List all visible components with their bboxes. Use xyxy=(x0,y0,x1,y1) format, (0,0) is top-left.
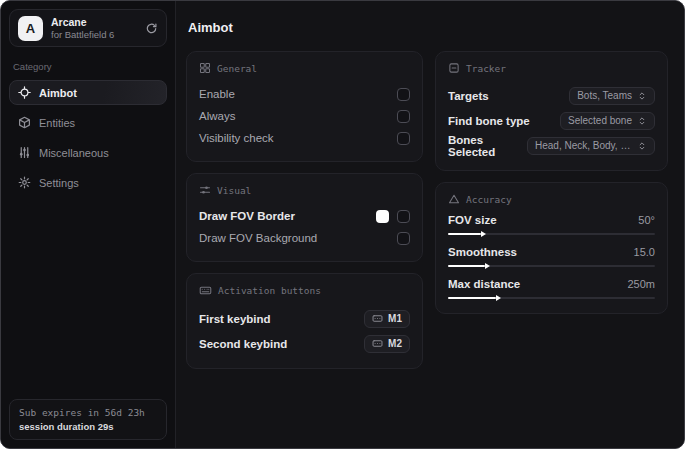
slider-thumb[interactable] xyxy=(481,231,486,237)
box-icon xyxy=(18,116,31,129)
setting-row: Draw FOV Border xyxy=(199,205,410,227)
chevrons-up-down-icon xyxy=(637,141,647,151)
sidebar-item-label: Miscellaneous xyxy=(39,147,109,159)
setting-row: Visibility check xyxy=(199,127,410,149)
visibility-check-checkbox[interactable] xyxy=(397,132,410,145)
setting-label: Find bone type xyxy=(448,115,530,127)
general-card-header: General xyxy=(199,62,410,74)
keybind-value: M1 xyxy=(388,313,402,324)
slider-fill xyxy=(448,233,481,235)
card-title: General xyxy=(217,63,257,74)
general-card: General Enable Always Visibility check xyxy=(186,51,423,162)
brand-card: A Arcane for Battlefield 6 xyxy=(9,9,167,47)
setting-row: Enable xyxy=(199,83,410,105)
fov-border-color-swatch[interactable] xyxy=(376,210,389,223)
chevrons-up-down-icon xyxy=(637,116,647,126)
slider-value: 250m xyxy=(627,278,655,290)
brand-logo: A xyxy=(18,16,43,41)
sidebar-item-label: Settings xyxy=(39,177,79,189)
setting-row: Targets Bots, Teams xyxy=(448,83,655,108)
setting-label: Draw FOV Border xyxy=(199,210,295,222)
sidebar-nav: Aimbot Entities Miscellaneous xyxy=(9,80,167,195)
brand-initial: A xyxy=(26,21,35,36)
targets-select[interactable]: Bots, Teams xyxy=(569,87,655,105)
slider-label: FOV size xyxy=(448,214,497,226)
fov-size-slider: FOV size 50° xyxy=(448,214,655,235)
setting-label: Second keybind xyxy=(199,338,287,350)
grid-icon xyxy=(199,62,211,74)
enable-checkbox[interactable] xyxy=(397,88,410,101)
first-keybind-button[interactable]: M1 xyxy=(364,310,410,328)
minus-square-icon xyxy=(448,62,460,74)
setting-row: Always xyxy=(199,105,410,127)
sub-expiry-text: Sub expires in 56d 23h xyxy=(19,407,157,418)
sidebar-item-miscellaneous[interactable]: Miscellaneous xyxy=(9,140,167,165)
slider-fill xyxy=(448,265,485,267)
sidebar-item-label: Entities xyxy=(39,117,75,129)
left-column: General Enable Always Visibility check xyxy=(186,51,423,369)
session-duration-text: session duration 29s xyxy=(19,421,157,432)
sidebar-item-settings[interactable]: Settings xyxy=(9,170,167,195)
keyboard-icon xyxy=(372,338,383,349)
setting-label: Bones Selected xyxy=(448,134,527,158)
slider-value: 15.0 xyxy=(634,246,655,258)
slider-thumb[interactable] xyxy=(496,295,501,301)
triangle-icon xyxy=(448,193,460,205)
right-column: Tracker Targets Bots, Teams xyxy=(435,51,668,314)
card-title: Tracker xyxy=(466,63,506,74)
page-title: Aimbot xyxy=(188,20,668,35)
keyboard-icon xyxy=(199,284,212,297)
keybind-value: M2 xyxy=(388,338,402,349)
setting-row: Draw FOV Background xyxy=(199,227,410,249)
slider-track[interactable] xyxy=(448,233,655,235)
card-title: Activation buttons xyxy=(218,285,321,296)
select-value: Selected bone xyxy=(568,115,632,126)
brand-text: Arcane for Battlefield 6 xyxy=(51,16,114,41)
main-content: Aimbot General Enable xyxy=(176,1,684,448)
select-value: Head, Neck, Body, Pe.. xyxy=(535,140,632,151)
draw-fov-background-checkbox[interactable] xyxy=(397,232,410,245)
sync-icon[interactable] xyxy=(145,22,158,35)
select-value: Bots, Teams xyxy=(577,90,632,101)
sliders-vertical-icon xyxy=(18,146,31,159)
setting-row: Second keybind M2 xyxy=(199,331,410,356)
sidebar-item-label: Aimbot xyxy=(39,87,77,99)
visual-card-header: Visual xyxy=(199,184,410,196)
sliders-horizontal-icon xyxy=(199,184,211,196)
chevrons-up-down-icon xyxy=(637,91,647,101)
slider-label: Smoothness xyxy=(448,246,517,258)
bones-selected-select[interactable]: Head, Neck, Body, Pe.. xyxy=(527,137,655,155)
subscription-info: Sub expires in 56d 23h session duration … xyxy=(9,399,167,440)
setting-label: Always xyxy=(199,110,235,122)
category-label: Category xyxy=(13,61,163,72)
slider-label: Max distance xyxy=(448,278,520,290)
activation-card-header: Activation buttons xyxy=(199,284,410,297)
sidebar-item-aimbot[interactable]: Aimbot xyxy=(9,80,167,105)
tracker-card-header: Tracker xyxy=(448,62,655,74)
sidebar: A Arcane for Battlefield 6 Category xyxy=(1,1,176,448)
find-bone-type-select[interactable]: Selected bone xyxy=(560,112,655,130)
slider-track[interactable] xyxy=(448,297,655,299)
slider-thumb[interactable] xyxy=(485,263,490,269)
setting-label: Targets xyxy=(448,90,489,102)
tracker-card: Tracker Targets Bots, Teams xyxy=(435,51,668,171)
draw-fov-border-checkbox[interactable] xyxy=(397,210,410,223)
second-keybind-button[interactable]: M2 xyxy=(364,335,410,353)
smoothness-slider: Smoothness 15.0 xyxy=(448,246,655,267)
slider-track[interactable] xyxy=(448,265,655,267)
accuracy-card: Accuracy FOV size 50° xyxy=(435,182,668,314)
activation-card: Activation buttons First keybind M1 xyxy=(186,273,423,369)
visual-card: Visual Draw FOV Border Draw FOV Backgrou… xyxy=(186,173,423,262)
card-title: Visual xyxy=(217,185,251,196)
crosshair-icon xyxy=(18,86,31,99)
app-window: A Arcane for Battlefield 6 Category xyxy=(0,0,685,449)
brand-name: Arcane xyxy=(51,16,114,29)
slider-fill xyxy=(448,297,496,299)
brand-subtitle: for Battlefield 6 xyxy=(51,29,114,41)
setting-row: Bones Selected Head, Neck, Body, Pe.. xyxy=(448,133,655,158)
keyboard-icon xyxy=(372,313,383,324)
always-checkbox[interactable] xyxy=(397,110,410,123)
setting-row: First keybind M1 xyxy=(199,306,410,331)
accuracy-card-header: Accuracy xyxy=(448,193,655,205)
sidebar-item-entities[interactable]: Entities xyxy=(9,110,167,135)
